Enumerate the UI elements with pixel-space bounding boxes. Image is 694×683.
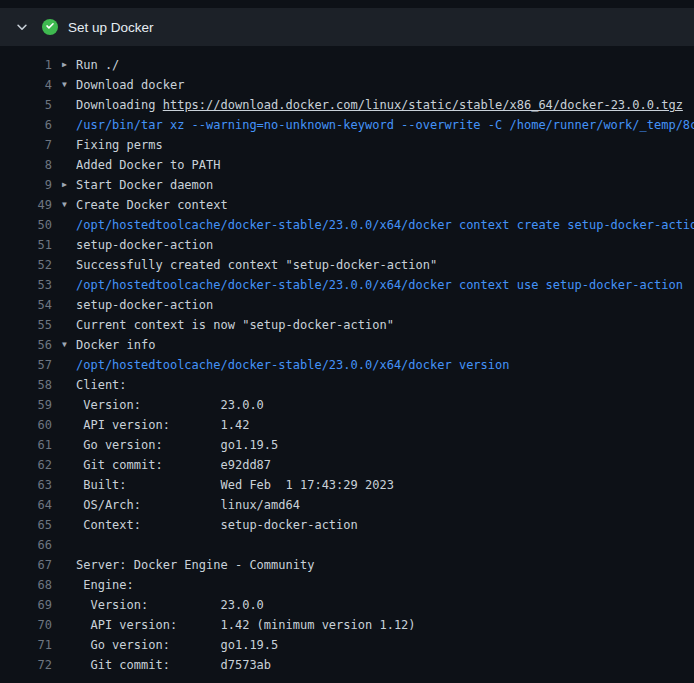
log-line: 51setup-docker-action [0, 235, 694, 255]
line-number[interactable]: 53 [0, 275, 52, 295]
chevron-down-icon[interactable] [14, 19, 30, 35]
arrow-spacer [62, 375, 76, 395]
line-number[interactable]: 57 [0, 355, 52, 375]
arrow-spacer [62, 135, 76, 155]
line-number[interactable]: 62 [0, 455, 52, 475]
log-line: 66 [0, 535, 694, 555]
line-number[interactable]: 4 [0, 75, 52, 95]
arrow-spacer [62, 455, 76, 475]
arrow-spacer [62, 155, 76, 175]
log-line: 4▼Download docker [0, 75, 694, 95]
log-text: Fixing perms [76, 135, 694, 155]
line-number[interactable]: 61 [0, 435, 52, 455]
line-number[interactable]: 5 [0, 95, 52, 115]
step-header[interactable]: Set up Docker [0, 8, 694, 46]
arrow-spacer [62, 235, 76, 255]
line-number[interactable]: 1 [0, 55, 52, 75]
log-line: 8Added Docker to PATH [0, 155, 694, 175]
log-line: 7Fixing perms [0, 135, 694, 155]
command-text: /usr/bin/tar xz --warning=no-unknown-key… [76, 115, 694, 135]
log-text: Docker info [76, 335, 694, 355]
log-text: Start Docker daemon [76, 175, 694, 195]
log-line: 57/opt/hostedtoolcache/docker-stable/23.… [0, 355, 694, 375]
log-text: Added Docker to PATH [76, 155, 694, 175]
log-line: 53/opt/hostedtoolcache/docker-stable/23.… [0, 275, 694, 295]
log-line: 1▶Run ./ [0, 55, 694, 75]
log-line: 55Current context is now "setup-docker-a… [0, 315, 694, 335]
line-number[interactable]: 72 [0, 655, 52, 675]
arrow-spacer [62, 595, 76, 615]
log-text: Engine: [76, 575, 694, 595]
log-text: API version: 1.42 [76, 415, 694, 435]
line-number[interactable]: 66 [0, 535, 52, 555]
line-number[interactable]: 50 [0, 215, 52, 235]
arrow-spacer [62, 635, 76, 655]
group-toggle-icon[interactable]: ▶ [62, 55, 76, 75]
line-number[interactable]: 9 [0, 175, 52, 195]
log-line: 63 Built: Wed Feb 1 17:43:29 2023 [0, 475, 694, 495]
log-line: 70 API version: 1.42 (minimum version 1.… [0, 615, 694, 635]
log-text: Version: 23.0.0 [76, 395, 694, 415]
log-text: Git commit: d7573ab [76, 655, 694, 675]
line-number[interactable]: 70 [0, 615, 52, 635]
arrow-spacer [62, 655, 76, 675]
line-number[interactable]: 6 [0, 115, 52, 135]
arrow-spacer [62, 315, 76, 335]
log-line: 68 Engine: [0, 575, 694, 595]
log-line: 5Downloading https://download.docker.com… [0, 95, 694, 115]
arrow-spacer [62, 355, 76, 375]
line-number[interactable]: 51 [0, 235, 52, 255]
arrow-spacer [62, 395, 76, 415]
line-number[interactable]: 63 [0, 475, 52, 495]
log-line: 60 API version: 1.42 [0, 415, 694, 435]
log-line: 6/usr/bin/tar xz --warning=no-unknown-ke… [0, 115, 694, 135]
log-line: 50/opt/hostedtoolcache/docker-stable/23.… [0, 215, 694, 235]
group-toggle-icon[interactable]: ▶ [62, 175, 76, 195]
command-text: /opt/hostedtoolcache/docker-stable/23.0.… [76, 355, 694, 375]
check-circle-icon [42, 19, 58, 35]
line-number[interactable]: 71 [0, 635, 52, 655]
line-number[interactable]: 65 [0, 515, 52, 535]
line-number[interactable]: 68 [0, 575, 52, 595]
line-number[interactable]: 54 [0, 295, 52, 315]
log-text: Successfully created context "setup-dock… [76, 255, 694, 275]
log-text: Go version: go1.19.5 [76, 435, 694, 455]
arrow-spacer [62, 615, 76, 635]
log-line: 67Server: Docker Engine - Community [0, 555, 694, 575]
log-text: Server: Docker Engine - Community [76, 555, 694, 575]
line-number[interactable]: 7 [0, 135, 52, 155]
log-line: 72 Git commit: d7573ab [0, 655, 694, 675]
line-number[interactable]: 67 [0, 555, 52, 575]
line-number[interactable]: 64 [0, 495, 52, 515]
log-line: 61 Go version: go1.19.5 [0, 435, 694, 455]
line-number[interactable]: 69 [0, 595, 52, 615]
log-text: Create Docker context [76, 195, 694, 215]
line-number[interactable]: 59 [0, 395, 52, 415]
line-number[interactable]: 58 [0, 375, 52, 395]
log-text: Client: [76, 375, 694, 395]
line-number[interactable]: 56 [0, 335, 52, 355]
log-text: setup-docker-action [76, 235, 694, 255]
line-number[interactable]: 49 [0, 195, 52, 215]
log-text: Version: 23.0.0 [76, 595, 694, 615]
arrow-spacer [62, 95, 76, 115]
line-number[interactable]: 52 [0, 255, 52, 275]
arrow-spacer [62, 115, 76, 135]
arrow-spacer [62, 255, 76, 275]
log-line: 49▼Create Docker context [0, 195, 694, 215]
log-line: 52Successfully created context "setup-do… [0, 255, 694, 275]
arrow-spacer [62, 275, 76, 295]
group-toggle-icon[interactable]: ▼ [62, 75, 76, 95]
line-number[interactable]: 8 [0, 155, 52, 175]
line-number[interactable]: 55 [0, 315, 52, 335]
log-text: Current context is now "setup-docker-act… [76, 315, 694, 335]
group-toggle-icon[interactable]: ▼ [62, 335, 76, 355]
log-lines: 1▶Run ./4▼Download docker5Downloading ht… [0, 46, 694, 675]
line-number[interactable]: 60 [0, 415, 52, 435]
group-toggle-icon[interactable]: ▼ [62, 195, 76, 215]
log-link[interactable]: https://download.docker.com/linux/static… [163, 98, 683, 112]
log-line: 62 Git commit: e92dd87 [0, 455, 694, 475]
arrow-spacer [62, 495, 76, 515]
log-text: API version: 1.42 (minimum version 1.12) [76, 615, 694, 635]
log-text: Downloading https://download.docker.com/… [76, 95, 694, 115]
